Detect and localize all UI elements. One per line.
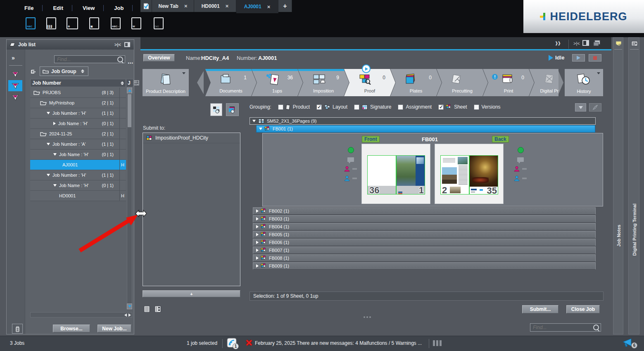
status-message[interactable]: February 25, 2025 There are new messages… bbox=[255, 340, 422, 346]
list-view-icon[interactable] bbox=[144, 306, 150, 313]
tab-aj0001-active[interactable]: AJ0001× bbox=[236, 0, 278, 13]
workflow-icon[interactable]: □-□ bbox=[154, 17, 164, 29]
close-tab-icon[interactable]: × bbox=[184, 3, 188, 9]
collapsed-icon[interactable] bbox=[256, 264, 259, 268]
tab-new-tab[interactable]: New Tab× bbox=[152, 0, 194, 12]
step-precutting[interactable]: Precutting bbox=[437, 69, 488, 96]
delete-job-button[interactable] bbox=[12, 324, 23, 334]
sheet-row[interactable]: FB007 (1) bbox=[253, 247, 596, 254]
sheet-row[interactable]: FB008 (1) bbox=[253, 254, 596, 262]
menu-edit[interactable]: Edit bbox=[51, 5, 72, 11]
grouping-layout[interactable]: Layout bbox=[316, 104, 347, 110]
browse-button[interactable]: Browse... bbox=[53, 325, 90, 332]
collapsed-icon[interactable] bbox=[256, 256, 259, 260]
job-group-row[interactable]: Job Name : 'H'(0 | 1) bbox=[30, 180, 126, 191]
step-proof[interactable]: 0 Proof bbox=[344, 69, 395, 96]
report-icon[interactable]: W bbox=[131, 17, 141, 29]
submit-target-list[interactable]: ImpositionProof_HDCity bbox=[143, 133, 240, 286]
float-window-icon[interactable] bbox=[593, 40, 600, 46]
tab-hd0001[interactable]: HD0001× bbox=[194, 0, 236, 12]
scroll-left-icon[interactable] bbox=[124, 313, 127, 317]
menu-view[interactable]: View bbox=[81, 5, 103, 11]
tab-home-icon[interactable] bbox=[140, 0, 152, 12]
job-list-vscrollbar[interactable] bbox=[127, 88, 132, 309]
job-list-hscrollbar[interactable] bbox=[30, 312, 132, 318]
dock-panel-icon[interactable] bbox=[124, 42, 131, 47]
digital-printing-terminal-rail[interactable]: Digital Printing Terminal bbox=[628, 37, 639, 334]
tab-overflow-chevron-icon[interactable]: ❱❱ bbox=[555, 41, 560, 45]
layout-group-header[interactable]: SM52_2X1_36Pages (9) bbox=[250, 117, 596, 125]
tree-mode-icon[interactable] bbox=[31, 69, 37, 76]
overview-button[interactable]: Overview bbox=[143, 54, 175, 62]
layout-checkbox[interactable] bbox=[316, 104, 322, 110]
menu-file[interactable]: File bbox=[23, 5, 42, 11]
job-row[interactable]: HD0001H bbox=[30, 191, 126, 201]
front-sheet-thumbnail[interactable]: 36 1 bbox=[362, 144, 430, 204]
expanded-icon[interactable] bbox=[252, 120, 256, 122]
step-1ups[interactable]: 36 1ups bbox=[252, 69, 303, 96]
chevron-down-icon[interactable] bbox=[182, 72, 185, 74]
job-name-column-header[interactable]: J bbox=[126, 79, 133, 87]
sheet-checkbox[interactable] bbox=[438, 104, 444, 110]
job-group-row[interactable]: Job Name : 'H'(0 | 1) bbox=[30, 119, 126, 129]
versions-checkbox[interactable] bbox=[474, 104, 479, 110]
new-job-button[interactable]: New Job... bbox=[97, 325, 131, 332]
grouping-sheet[interactable]: Sheet bbox=[438, 104, 467, 110]
signature-checkbox[interactable] bbox=[354, 104, 359, 110]
scroll-right-icon[interactable] bbox=[128, 313, 131, 317]
job-list-find-input[interactable] bbox=[56, 56, 117, 63]
job-group-row[interactable]: PRJOBS(8 | 3) bbox=[30, 88, 126, 98]
sheet-row[interactable]: FB003 (1) bbox=[253, 215, 596, 223]
filter-preset-2-icon[interactable] bbox=[8, 80, 22, 91]
add-tab-button[interactable]: + bbox=[278, 0, 292, 12]
stop-job-button[interactable] bbox=[589, 54, 601, 62]
message-queue-icon[interactable] bbox=[433, 340, 442, 346]
step-plates[interactable]: 0 Plates bbox=[390, 69, 442, 96]
expanded-icon[interactable] bbox=[53, 153, 57, 156]
group-by-selector[interactable]: Job Group bbox=[40, 66, 88, 76]
job-group-row[interactable]: 2024-11-25(2 | 1) bbox=[30, 129, 126, 139]
grouping-assignment[interactable]: Assignment bbox=[398, 104, 432, 110]
job-row-selected[interactable]: AJ0001H bbox=[30, 160, 126, 170]
collapsed-icon[interactable] bbox=[256, 233, 259, 236]
collapsed-icon[interactable] bbox=[256, 249, 259, 252]
collapsed-icon[interactable] bbox=[256, 209, 259, 213]
sheet-row[interactable]: FB009 (1) bbox=[253, 262, 596, 270]
product-checkbox[interactable] bbox=[278, 104, 283, 110]
job-group-row[interactable]: MyPrintshop(2 | 1) bbox=[30, 98, 126, 108]
splitter-handle[interactable] bbox=[364, 316, 371, 318]
front-page-1[interactable]: 1 bbox=[396, 155, 425, 194]
job-group-row[interactable]: Job Number : 'A'(1 | 1) bbox=[30, 139, 126, 149]
printshop-settings-icon[interactable]: ⚙ bbox=[67, 17, 78, 29]
add-submit-target-button[interactable]: + bbox=[143, 290, 240, 297]
job-notes-tab[interactable]: Job Notes bbox=[613, 194, 624, 277]
expanded-icon[interactable] bbox=[259, 128, 262, 130]
digital-printing-terminal-tab[interactable]: Digital Printing Terminal bbox=[629, 174, 640, 285]
table-options-icon[interactable] bbox=[134, 80, 140, 86]
scroll-steps-left-icon[interactable] bbox=[197, 71, 204, 94]
import-job-icon[interactable]: ABC← bbox=[111, 17, 121, 29]
grouping-signature[interactable]: Signature bbox=[354, 104, 391, 110]
step-imposition[interactable]: 9 Imposition bbox=[298, 69, 349, 96]
job-number-column-header[interactable]: Job Number bbox=[32, 80, 61, 86]
close-job-button[interactable]: Close Job bbox=[566, 305, 600, 313]
submit-selection-tool-button[interactable] bbox=[589, 103, 601, 111]
front-page-36[interactable]: 36 bbox=[367, 155, 396, 194]
back-page-2[interactable]: 2 bbox=[440, 155, 469, 194]
global-find-input[interactable] bbox=[532, 324, 593, 331]
submit-target-item[interactable]: ImpositionProof_HDCity bbox=[143, 133, 240, 143]
collapsed-icon[interactable] bbox=[256, 225, 259, 228]
detail-view-icon[interactable] bbox=[154, 306, 162, 313]
find-overflow[interactable]: ... bbox=[128, 58, 133, 65]
job-group-row[interactable]: Job Number : 'H'(1 | 1) bbox=[30, 108, 126, 119]
start-job-button[interactable] bbox=[572, 54, 585, 62]
dock-main-panel-icon[interactable] bbox=[582, 40, 589, 46]
filter-preset-3-icon[interactable] bbox=[8, 92, 22, 103]
new-job-tool-icon[interactable]: ABC bbox=[26, 17, 36, 29]
expanded-icon[interactable] bbox=[53, 184, 57, 187]
collapsed-icon[interactable] bbox=[256, 217, 259, 221]
sort-icon[interactable] bbox=[121, 81, 124, 85]
job-statistics-icon[interactable]: ▌▌▌ bbox=[46, 17, 56, 29]
front-side-badge[interactable]: Front bbox=[362, 136, 380, 142]
collapsed-icon[interactable] bbox=[53, 122, 56, 125]
